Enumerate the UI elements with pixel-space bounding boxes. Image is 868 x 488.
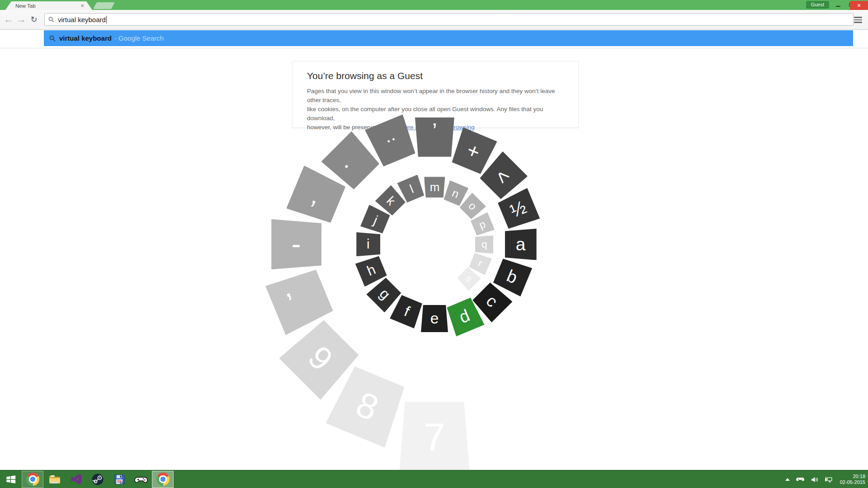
omnibox-dropdown: virtual keyboard - Google Search (0, 30, 868, 48)
key-a[interactable]: a (505, 229, 537, 260)
taskbar-item-steam[interactable] (87, 471, 108, 488)
key-label: ’ (283, 288, 301, 318)
key-m[interactable]: m (424, 177, 445, 197)
key-label: p (478, 219, 487, 231)
chrome-icon (156, 473, 170, 486)
key-label: 7 (424, 418, 445, 457)
key-label: c (483, 293, 500, 310)
visual-studio-icon (70, 473, 82, 485)
key-label: k (384, 194, 397, 207)
clock-date: 02-05-2015 (840, 479, 865, 485)
suggestion-query: virtual keyboard (59, 34, 112, 42)
system-tray: 20:18 02-05-2015 (785, 470, 865, 488)
search-icon (49, 35, 56, 42)
key-label: b (505, 267, 520, 286)
volume-icon[interactable] (811, 476, 818, 483)
key--[interactable]: - (271, 219, 321, 269)
key-label: f (402, 304, 411, 319)
key-label: 8 (351, 386, 383, 427)
start-button[interactable] (0, 471, 22, 488)
steam-icon (91, 473, 104, 486)
suggestion-row[interactable]: virtual keyboard - Google Search (44, 30, 853, 46)
taskbar-item-file-explorer[interactable] (43, 471, 65, 488)
key-label: s (463, 273, 474, 284)
key-e[interactable]: e (421, 305, 448, 332)
screen: New Tab × Guest × ← → ↻ virtual keyboard (0, 0, 868, 488)
key-label: . (340, 150, 362, 172)
chrome-icon (26, 473, 39, 486)
network-icon[interactable] (824, 475, 832, 483)
taskbar: 64 (0, 470, 868, 488)
key-label: e (430, 311, 439, 326)
suggestion-suffix: - Google Search (114, 34, 164, 42)
taskbar-item-floppy-64[interactable]: 64 (108, 471, 130, 488)
key-label: j (372, 214, 379, 227)
key-label: n (450, 187, 460, 200)
taskbar-item-chrome[interactable] (22, 471, 43, 488)
key-label: , (308, 182, 325, 209)
key-label: r (476, 258, 483, 268)
key-label: a (516, 235, 526, 253)
radial-virtual-keyboard: srqponmlkjihgfedcba½<+’...,-’987 (0, 0, 868, 470)
key-i[interactable]: i (356, 232, 380, 256)
taskbar-item-visual-studio[interactable] (65, 471, 87, 488)
key-label: d (457, 307, 472, 326)
key-label: 9 (302, 340, 339, 376)
clock-time: 20:18 (840, 474, 865, 479)
taskbar-clock[interactable]: 20:18 02-05-2015 (840, 474, 865, 485)
tray-gamepad-icon[interactable] (796, 476, 805, 483)
folder-icon (48, 473, 61, 486)
hidden-icons-arrow-icon[interactable] (785, 478, 790, 481)
key-label: + (463, 140, 482, 163)
windows-logo-icon (5, 474, 17, 485)
key-label: l (408, 183, 415, 195)
key-label: g (377, 286, 392, 302)
taskbar-item-gamepad[interactable] (130, 471, 152, 488)
gamepad-icon (134, 473, 148, 486)
key-’[interactable]: ’ (415, 117, 454, 157)
svg-text:64: 64 (120, 481, 123, 484)
key-label: .. (381, 124, 397, 145)
key-label: m (429, 181, 439, 193)
key-label: < (492, 165, 514, 187)
key-label: - (292, 230, 302, 258)
key-label: q (481, 239, 487, 250)
key-label: i (367, 238, 370, 251)
key-q[interactable]: q (475, 235, 493, 253)
taskbar-item-chrome-active[interactable] (152, 471, 174, 488)
key-label: o (467, 200, 479, 212)
floppy-disk-icon: 64 (113, 473, 126, 486)
key-label: h (365, 263, 378, 278)
key-label: ½ (508, 198, 529, 221)
key-label: ’ (432, 120, 437, 142)
key-7[interactable]: 7 (399, 402, 470, 472)
